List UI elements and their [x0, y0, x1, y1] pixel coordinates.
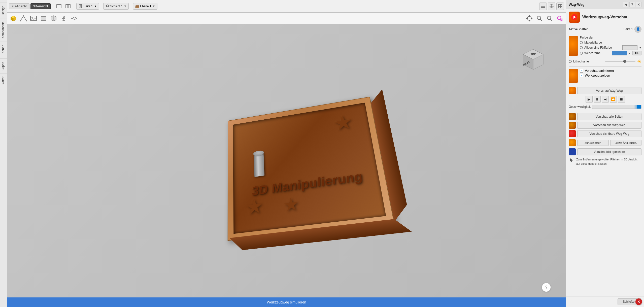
vorschaubild-icon	[569, 148, 576, 155]
lithophanie-slider[interactable]	[605, 61, 636, 62]
info-text: Zum Entfernen ungewollter Flächen in 3D-…	[576, 157, 641, 166]
sichtbare-wzg-row: Vorschau sichtbare Wzg-Weg	[569, 130, 641, 137]
werkzfarbe-dropdown-arrow[interactable]: ▼	[628, 52, 631, 55]
werkzfarbe-swatch[interactable]	[612, 51, 627, 55]
tab-blaetter[interactable]: Blätter	[0, 73, 7, 88]
fuellfarbe-radio[interactable]	[580, 46, 583, 49]
alle-seiten-row: Vorschau alle Seiten	[569, 113, 641, 120]
fuellfarbe-dropdown-arrow[interactable]: ▼	[639, 46, 641, 49]
alle-btn[interactable]: Alle	[632, 51, 641, 55]
werkzeug-zeigen-checkbox[interactable]	[580, 74, 583, 77]
tab-komponente[interactable]: Komponente	[0, 18, 7, 42]
alle-seiten-btn[interactable]: Vorschau alle Seiten	[577, 113, 641, 120]
level-dropdown[interactable]: Ebene 1 ▼	[133, 3, 157, 10]
vorschaubild-btn[interactable]: Vorschaubild speichern	[577, 148, 641, 155]
vorschau-checkboxes: Vorschau animieren Werkzeug zeigen	[580, 69, 641, 78]
step-fwd-btn[interactable]: ⏭	[602, 96, 609, 103]
vorschau-animieren-checkbox[interactable]	[580, 69, 583, 73]
anchor-icon-btn[interactable]	[59, 14, 68, 23]
view-grid-btn[interactable]	[556, 3, 564, 10]
vorschau-icon-row: Vorschau animieren Werkzeug zeigen	[569, 69, 641, 83]
panel-back-icon[interactable]: ◄	[623, 2, 628, 7]
zoom-in-btn[interactable]	[535, 14, 544, 23]
help-btn[interactable]: ?	[542, 283, 551, 292]
layout-split-btn[interactable]	[64, 2, 72, 10]
info-row: Zum Entfernen ungewollter Flächen in 3D-…	[569, 157, 641, 168]
center-view-btn[interactable]	[525, 14, 534, 23]
view-transform-btn[interactable]	[548, 3, 555, 10]
pause-btn[interactable]: ⏸	[594, 96, 601, 103]
werkzeug-zeigen-row: Werkzeug zeigen	[580, 74, 641, 77]
vorschau-wzg-btn[interactable]: Vorschau Wzg-Weg	[577, 87, 641, 94]
zoom-fit-btn[interactable]	[555, 14, 564, 23]
werkzfarbe-row: Werkz.farbe ▼ Alle	[580, 51, 641, 55]
preview-icon	[569, 12, 580, 23]
cylinder-cap	[253, 150, 264, 156]
divider-2	[569, 85, 641, 85]
aktive-avatar: 👤	[634, 26, 641, 33]
cursor-icon	[569, 157, 574, 163]
letzte-aend-btn[interactable]: Letzte Änd. rückg.	[610, 140, 642, 146]
tab-design[interactable]: Design	[0, 3, 7, 18]
material-icon-btn[interactable]	[9, 14, 18, 23]
rect-icon-btn[interactable]	[39, 14, 48, 23]
sichtbare-wzg-btn[interactable]: Vorschau sichtbare Wzg-Weg	[577, 130, 641, 137]
materialfarbe-radio[interactable]	[580, 41, 583, 44]
svg-rect-17	[560, 7, 562, 8]
sichtbare-wzg-icon	[569, 130, 576, 137]
level-dropdown-arrow: ▼	[153, 5, 155, 8]
svg-rect-7	[136, 6, 139, 6]
layer-dropdown[interactable]: Schicht 1 ▼	[103, 3, 129, 10]
cube-icon-btn[interactable]	[49, 14, 58, 23]
alle-wzg-btn[interactable]: Vorschau alle Wzg-Weg	[577, 122, 641, 129]
waves-icon-btn[interactable]	[70, 14, 78, 23]
vorschau-animieren-label: Vorschau animieren	[585, 69, 614, 73]
svg-rect-26	[30, 16, 37, 21]
fuellfarbe-row: Allgemeine Füllfarbe ▼	[580, 45, 641, 50]
zuruecksetzen-btn[interactable]: Zurücksetzen	[577, 140, 609, 146]
triangle-icon-btn[interactable]	[19, 14, 28, 23]
viewport[interactable]: ★ ★ ★ 3D Manipulierung	[7, 24, 566, 307]
view-align-btn[interactable]	[539, 3, 547, 10]
main-area: 2D-Ansicht 3D-Ansicht Seite 1 ▼ Schicht …	[7, 0, 566, 307]
svg-line-47	[550, 19, 552, 21]
vorschau-animieren-row: Vorschau animieren	[580, 69, 641, 73]
vorschaubild-row: Vorschaubild speichern	[569, 148, 641, 155]
star-bottom-left: ★	[245, 195, 264, 218]
view-2d-btn[interactable]: 2D-Ansicht	[9, 3, 29, 9]
svg-line-44	[540, 19, 542, 21]
speed-thumb	[637, 105, 641, 109]
toolbar-sep-1	[53, 3, 53, 10]
layout-single-btn[interactable]	[55, 2, 63, 10]
lithophanie-radio[interactable]	[569, 60, 572, 63]
divider-3	[569, 111, 641, 111]
view-3d-btn[interactable]: 3D-Ansicht	[30, 3, 51, 9]
werkzfarbe-radio[interactable]	[580, 52, 583, 55]
panel-close-icon[interactable]: ✕	[636, 2, 641, 7]
svg-rect-6	[135, 7, 139, 8]
tab-clipart[interactable]: Clipart	[0, 58, 7, 74]
speed-row: Geschwindigkeit	[569, 105, 641, 109]
stop-btn[interactable]: ⏹	[618, 96, 625, 103]
speed-slider[interactable]	[592, 105, 641, 109]
svg-point-24	[26, 20, 27, 21]
play-btn[interactable]: ▶	[586, 96, 593, 103]
farbe-options: Farbe der Materialfarbe Allgemeine Füllf…	[580, 36, 641, 56]
fuellfarbe-swatch[interactable]	[622, 45, 637, 50]
layer-dropdown-arrow: ▼	[124, 5, 126, 8]
tab-ebenen[interactable]: Ebenen	[0, 42, 7, 58]
vorschau-wzg-icon	[569, 87, 576, 94]
nav-cube[interactable]: TOP FRONT	[521, 48, 546, 73]
fast-fwd-btn[interactable]: ⏩	[610, 96, 617, 103]
panel-help-icon[interactable]: ?	[629, 2, 635, 7]
image-icon-btn[interactable]	[29, 14, 38, 23]
vorschau-wzg-row: Vorschau Wzg-Weg	[569, 87, 641, 94]
page-dropdown[interactable]: Seite 1 ▼	[76, 3, 99, 10]
lithophanie-row: Lithophanie ☀	[569, 58, 641, 64]
zurueck-row: Zurücksetzen Letzte Änd. rückg.	[569, 139, 641, 146]
board-3d: ★ ★ ★ 3D Manipulierung	[227, 96, 394, 241]
toolbar-sep-3	[101, 3, 101, 10]
zoom-out-btn[interactable]	[545, 14, 554, 23]
error-close-icon[interactable]: ✕	[635, 298, 642, 305]
vorschau-icon	[569, 69, 578, 83]
